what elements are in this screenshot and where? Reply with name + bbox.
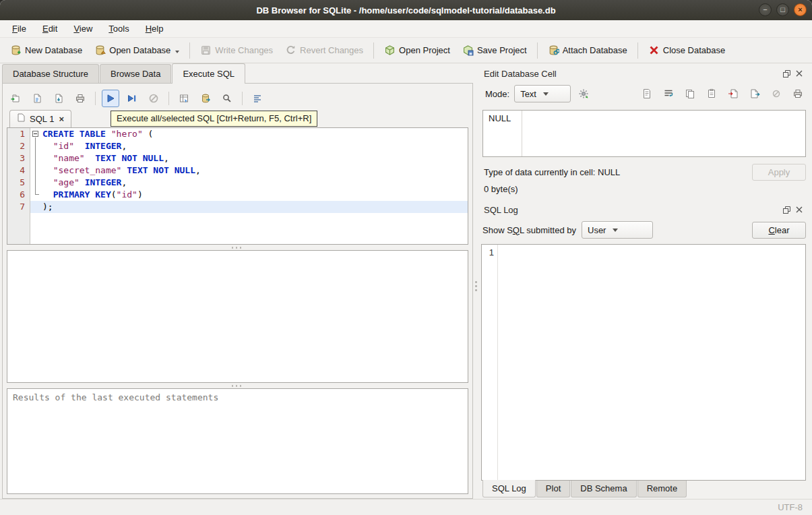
attach-database-button[interactable]: Attach Database [542,41,633,59]
clear-button[interactable]: Clear [752,222,806,239]
toolbar-separator [637,42,638,59]
edit-cell-header: Edit Database Cell [481,66,806,81]
line-number-gutter: 1 2 3 4 5 6 7 [7,128,30,244]
close-database-icon [648,44,660,56]
new-database-icon [10,44,22,56]
attach-database-label: Attach Database [563,45,627,55]
stop-icon [148,93,159,104]
menubar: File Edit View Tools Help [0,20,812,37]
close-button[interactable]: × [794,3,807,16]
splitter-handle[interactable] [7,245,468,250]
set-null-button[interactable] [768,86,784,102]
tooltip: Execute all/selected SQL [Ctrl+Return, F… [111,111,317,127]
revert-changes-button[interactable]: Revert Changes [279,41,369,59]
cell-value-editor[interactable]: NULL [482,110,806,157]
format-sql-button[interactable] [249,90,266,107]
splitter-handle[interactable] [7,383,468,388]
chevron-down-icon [613,229,618,232]
new-database-button[interactable]: New Database [4,41,88,59]
menu-help[interactable]: Help [139,22,170,36]
line-number: 6 [7,189,25,201]
maximize-button[interactable]: □ [776,3,789,16]
float-panel-icon[interactable] [781,68,792,79]
mode-combobox[interactable]: Text [514,85,571,102]
print-sql-button[interactable] [71,90,89,107]
auto-switch-mode-button[interactable] [575,86,592,102]
execute-sql-panel: Execute all/selected SQL [Ctrl+Return, F… [2,83,473,499]
submitter-combobox[interactable]: User [582,221,653,239]
sql-log-view[interactable]: 1 [481,244,806,481]
results-grid[interactable] [7,250,468,383]
code-area[interactable]: CREATE TABLE "hero" ( "id" INTEGER, "nam… [30,128,468,244]
tab-sql-log[interactable]: SQL Log [482,480,536,497]
mode-value: Text [520,89,536,99]
find-replace-button[interactable] [218,90,236,107]
cell-value: NULL [483,111,522,156]
code-line: PRIMARY KEY("id") [30,189,468,201]
titlebar: DB Browser for SQLite - /home/user/code/… [0,0,812,20]
menu-edit[interactable]: Edit [36,22,64,36]
open-sql-tab-button[interactable] [7,90,24,107]
execute-all-icon [105,93,116,104]
open-sql-file-button[interactable] [28,90,46,107]
tab-database-structure[interactable]: Database Structure [2,64,99,84]
open-database-button[interactable]: Open Database [88,41,185,59]
execute-current-line-button[interactable] [123,90,141,107]
save-file-icon [53,93,64,104]
stop-execution-button[interactable] [145,90,162,107]
vertical-splitter[interactable] [473,63,478,499]
line-number: 4 [7,164,25,177]
write-changes-icon [200,44,212,56]
open-database-dropdown-icon[interactable] [175,51,179,53]
menu-file[interactable]: File [5,22,33,36]
encoding-indicator[interactable]: UTF-8 [778,502,803,512]
sql1-tab[interactable]: SQL 1 × [9,110,71,127]
tab-browse-data[interactable]: Browse Data [100,64,171,84]
tab-execute-sql[interactable]: Execute SQL [172,63,245,84]
write-changes-label: Write Changes [215,45,273,55]
line-number: 2 [7,140,25,152]
float-panel-icon[interactable] [781,204,792,215]
line-number: 7 [7,201,25,213]
save-sql-file-button[interactable] [50,90,67,107]
import-icon [728,88,739,99]
sql-tab-label: SQL 1 [30,114,54,124]
close-database-button[interactable]: Close Database [642,41,732,59]
tab-plot[interactable]: Plot [536,481,570,497]
code-line: "id" INTEGER, [30,140,468,152]
save-project-icon [462,44,474,56]
tab-close-icon[interactable]: × [59,114,64,124]
apply-button[interactable]: Apply [752,164,806,181]
tab-db-schema[interactable]: DB Schema [571,481,636,497]
word-wrap-button[interactable] [660,86,677,102]
paste-icon [706,88,717,99]
app-window: DB Browser for SQLite - /home/user/code/… [0,0,812,515]
copy-button[interactable] [682,86,698,102]
close-panel-icon[interactable] [794,204,805,215]
export-button[interactable] [747,86,763,102]
text-document-icon [642,88,652,99]
save-project-button[interactable]: Save Project [456,41,533,59]
close-panel-icon[interactable] [794,68,805,79]
save-results-button[interactable] [175,90,193,107]
text-view-button[interactable] [639,86,655,102]
print-cell-button[interactable] [790,86,806,102]
import-button[interactable] [725,86,741,102]
code-line: "age" INTEGER, [30,177,468,189]
open-project-icon [384,44,396,56]
write-changes-button[interactable]: Write Changes [194,41,279,59]
sql-log-title: SQL Log [484,205,779,215]
paste-button[interactable] [704,86,720,102]
export-results-button[interactable] [197,90,214,107]
fold-marker-icon[interactable] [32,131,38,137]
minimize-button[interactable]: − [759,3,772,16]
menu-tools[interactable]: Tools [102,22,135,36]
cell-type-text: Type of data currently in cell: NULL [484,167,752,177]
open-project-button[interactable]: Open Project [378,41,456,59]
execute-all-button[interactable] [102,90,119,107]
menu-view[interactable]: View [67,22,99,36]
printer-icon [75,93,86,104]
cell-editor-body[interactable] [522,111,805,156]
sql-code-editor[interactable]: 1 2 3 4 5 6 7 CREATE TABLE "hero" ( "id"… [7,127,468,245]
tab-remote[interactable]: Remote [637,481,687,497]
